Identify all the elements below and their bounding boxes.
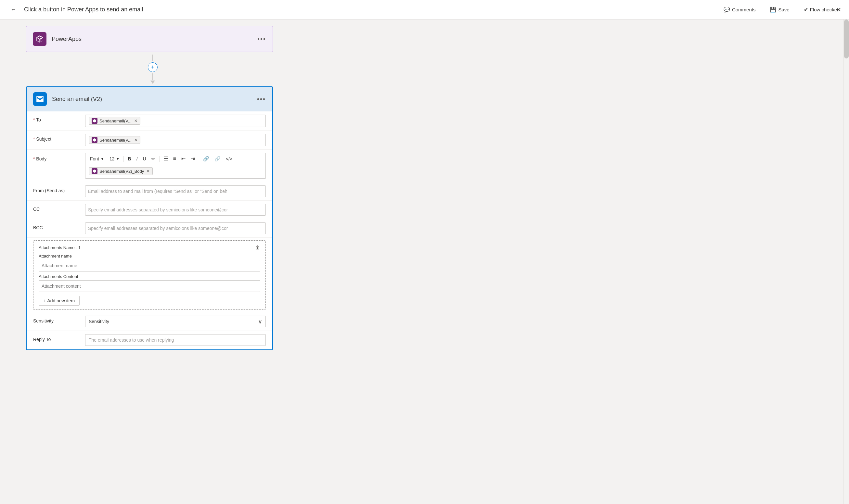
from-row: From (Send as) Email address to send mai…	[26, 182, 272, 201]
outlook-icon	[33, 92, 47, 106]
email-card-menu-button[interactable]: •••	[257, 95, 266, 103]
email-card-icon	[33, 92, 47, 106]
close-button[interactable]: ✕	[836, 6, 841, 13]
email-card-header: Send an email (V2) •••	[26, 87, 272, 111]
flow-container: PowerApps ••• + Send an email (V	[26, 26, 279, 350]
from-label: From (Send as)	[33, 185, 85, 193]
font-size-label: 12	[109, 156, 115, 161]
to-token-icon	[92, 118, 98, 124]
bcc-field[interactable]: Specify email addresses separated by sem…	[85, 222, 266, 234]
body-token-close[interactable]: ✕	[146, 169, 150, 174]
font-label: Font	[90, 156, 99, 161]
sensitivity-row: Sensitivity Sensitivity ∨	[26, 312, 272, 331]
sensitivity-dropdown[interactable]: Sensitivity ∨	[85, 316, 266, 327]
email-card-title: Send an email (V2)	[52, 96, 257, 103]
body-content-area[interactable]: Sendanemail(V2)_Body ✕	[85, 164, 266, 179]
save-icon: 💾	[770, 6, 776, 13]
top-bar: ← Click a button in Power Apps to send a…	[0, 0, 849, 19]
bullet-unordered-button[interactable]: ☰	[161, 155, 170, 163]
subject-token-icon	[92, 137, 98, 143]
scrollbar-thumb[interactable]	[844, 19, 849, 58]
page-title: Click a button in Power Apps to send an …	[24, 6, 143, 13]
connector-arrow	[151, 80, 155, 84]
attachments-section: Attachments Name - 1 🗑 Attachment name A…	[33, 240, 266, 310]
reply-to-field[interactable]: The email addresses to use when replying	[85, 334, 266, 346]
reply-to-label: Reply To	[33, 334, 85, 342]
connector-line-top	[153, 55, 153, 61]
top-bar-left: ← Click a button in Power Apps to send a…	[8, 5, 721, 14]
to-row: * To Sendanemail(V... ✕	[26, 111, 272, 130]
cc-placeholder: Specify email addresses separated by sem…	[88, 207, 228, 212]
reply-to-placeholder: The email addresses to use when replying	[89, 337, 174, 343]
bold-button[interactable]: B	[126, 155, 133, 162]
attachment-content-input[interactable]	[39, 280, 260, 292]
to-field[interactable]: Sendanemail(V... ✕	[85, 115, 266, 127]
code-button[interactable]: </>	[224, 155, 234, 162]
top-bar-right: 💬 Comments 💾 Save ✔ Flow checker	[721, 5, 841, 14]
attachment-name-input[interactable]	[39, 260, 260, 271]
body-token: Sendanemail(V2)_Body ✕	[89, 167, 153, 175]
font-size-dropdown[interactable]: 12 ▼	[108, 155, 122, 162]
canvas: PowerApps ••• + Send an email (V	[0, 19, 849, 504]
underline-button[interactable]: U	[141, 155, 148, 162]
to-token: Sendanemail(V... ✕	[89, 117, 140, 125]
italic-button[interactable]: I	[135, 155, 140, 162]
comments-label: Comments	[732, 7, 756, 12]
flow-checker-icon: ✔	[804, 6, 808, 13]
comments-icon: 💬	[724, 6, 730, 13]
scrollbar-track[interactable]	[843, 19, 849, 504]
powerapps-menu-button[interactable]: •••	[257, 35, 266, 43]
powerapps-title: PowerApps	[52, 36, 257, 42]
body-toolbar: Font ▼ 12 ▼ B I U ✏	[85, 153, 266, 164]
font-dropdown[interactable]: Font ▼	[88, 155, 106, 162]
attachments-title: Attachments Name - 1	[39, 245, 81, 250]
subject-label: * Subject	[33, 134, 85, 142]
attachment-name-label: Attachment name	[39, 254, 260, 258]
attachment-name-row: Attachment name	[39, 254, 260, 271]
bcc-placeholder: Specify email addresses separated by sem…	[88, 226, 228, 231]
sensitivity-label: Sensitivity	[33, 316, 85, 323]
from-placeholder: Email address to send mail from (require…	[88, 189, 227, 194]
add-new-item-button[interactable]: + Add new item	[39, 296, 79, 306]
attachments-header: Attachments Name - 1 🗑	[39, 245, 260, 250]
attachments-delete-button[interactable]: 🗑	[255, 245, 260, 250]
cc-field[interactable]: Specify email addresses separated by sem…	[85, 204, 266, 216]
to-token-label: Sendanemail(V...	[100, 119, 131, 123]
body-token-icon	[92, 168, 98, 174]
flow-checker-button[interactable]: ✔ Flow checker	[801, 5, 841, 14]
body-field-container: Font ▼ 12 ▼ B I U ✏	[85, 153, 266, 179]
attachment-content-row: Attachments Content -	[39, 274, 260, 292]
powerapps-icon	[33, 32, 47, 46]
toolbar-sep-1	[123, 156, 124, 162]
subject-token-label: Sendanemail(V...	[100, 138, 131, 143]
save-button[interactable]: 💾 Save	[767, 5, 792, 14]
add-new-item-label: + Add new item	[43, 298, 75, 303]
unlink-button[interactable]: 🔗	[212, 155, 223, 163]
subject-token-close[interactable]: ✕	[134, 138, 138, 142]
toolbar-sep-3	[199, 156, 199, 162]
subject-row: * Subject Sendanemail(V... ✕	[26, 130, 272, 150]
email-form: * To Sendanemail(V... ✕	[26, 111, 272, 349]
toolbar-sep-2	[159, 156, 160, 162]
subject-token: Sendanemail(V... ✕	[89, 136, 140, 144]
add-step-button[interactable]: +	[148, 62, 158, 72]
from-field[interactable]: Email address to send mail from (require…	[85, 185, 266, 197]
body-row: * Body Font ▼ 12 ▼	[26, 150, 272, 182]
font-chevron-icon: ▼	[101, 157, 104, 161]
cc-label: CC	[33, 204, 85, 212]
flow-connector: +	[29, 52, 276, 86]
bullet-ordered-button[interactable]: ≡	[171, 155, 178, 163]
pen-button[interactable]: ✏	[149, 155, 157, 162]
link-button[interactable]: 🔗	[201, 155, 211, 163]
back-button[interactable]: ←	[8, 5, 19, 14]
comments-button[interactable]: 💬 Comments	[721, 5, 758, 14]
indent-decrease-button[interactable]: ⇤	[179, 155, 188, 163]
cc-row: CC Specify email addresses separated by …	[26, 201, 272, 219]
to-token-close[interactable]: ✕	[134, 119, 138, 123]
attachment-content-label: Attachments Content -	[39, 274, 260, 279]
connector-line-bottom	[153, 73, 153, 80]
subject-field[interactable]: Sendanemail(V... ✕	[85, 134, 266, 146]
indent-increase-button[interactable]: ⇥	[189, 155, 197, 163]
font-size-chevron-icon: ▼	[116, 157, 120, 161]
body-token-label: Sendanemail(V2)_Body	[100, 169, 144, 174]
